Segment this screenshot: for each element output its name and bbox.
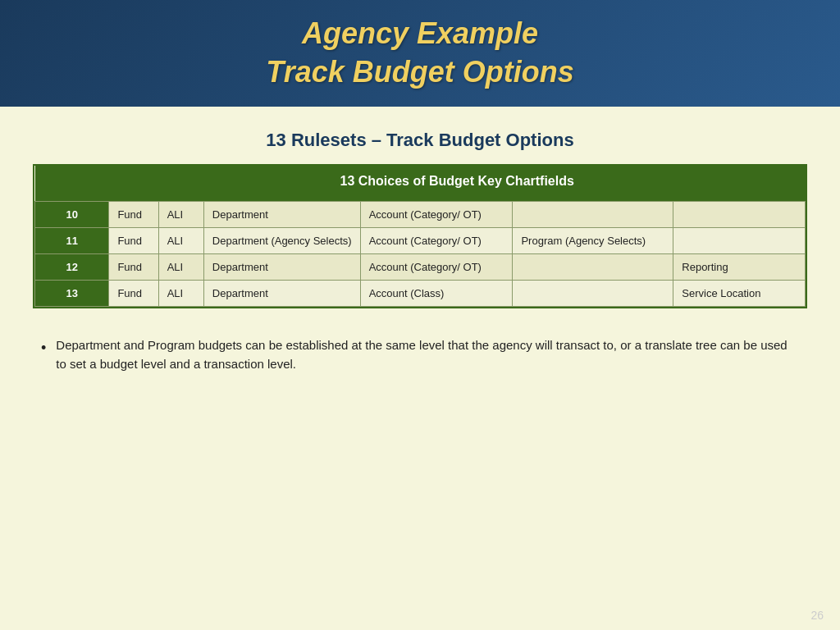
cell-ali: ALI bbox=[158, 254, 203, 281]
cell-department: Department bbox=[203, 254, 360, 281]
cell-last: Service Location bbox=[673, 281, 806, 307]
cell-ali: ALI bbox=[158, 281, 203, 307]
row-number: 13 bbox=[35, 281, 109, 307]
slide-title: Agency Example Track Budget Options bbox=[33, 15, 807, 92]
cell-ali: ALI bbox=[158, 228, 203, 254]
cell-fund: Fund bbox=[109, 202, 158, 228]
row-number: 11 bbox=[35, 228, 109, 254]
slide-header: Agency Example Track Budget Options bbox=[0, 0, 840, 107]
cell-fund: Fund bbox=[109, 228, 158, 254]
budget-table: 13 Choices of Budget Key Chartfields 10 … bbox=[34, 166, 806, 308]
title-line1: Agency Example bbox=[302, 16, 538, 50]
table-header-row: 13 Choices of Budget Key Chartfields bbox=[35, 166, 806, 197]
table-body: 10 Fund ALI Department Account (Category… bbox=[35, 202, 806, 307]
table-row: 11 Fund ALI Department (Agency Selects) … bbox=[35, 228, 806, 254]
table-header-title: 13 Choices of Budget Key Chartfields bbox=[109, 166, 806, 197]
cell-last bbox=[673, 228, 806, 254]
slide-footer: 26 bbox=[810, 609, 824, 622]
row-number: 12 bbox=[35, 254, 109, 281]
slide-content: 13 Rulesets – Track Budget Options 13 Ch… bbox=[0, 107, 840, 630]
cell-ali: ALI bbox=[158, 202, 203, 228]
header-spacer bbox=[35, 166, 109, 197]
cell-program: Program (Agency Selects) bbox=[513, 228, 673, 254]
budget-table-wrapper: 13 Choices of Budget Key Chartfields 10 … bbox=[33, 164, 807, 309]
table-row: 12 Fund ALI Department Account (Category… bbox=[35, 254, 806, 281]
table-row: 10 Fund ALI Department Account (Category… bbox=[35, 202, 806, 228]
cell-department: Department bbox=[203, 202, 360, 228]
cell-fund: Fund bbox=[109, 254, 158, 281]
cell-program bbox=[513, 281, 673, 307]
cell-account: Account (Category/ OT) bbox=[360, 228, 513, 254]
cell-account: Account (Category/ OT) bbox=[360, 202, 513, 228]
cell-program bbox=[513, 254, 673, 281]
cell-account: Account (Category/ OT) bbox=[360, 254, 513, 281]
bullet-text: Department and Program budgets can be es… bbox=[56, 336, 799, 373]
slide-container: Agency Example Track Budget Options 13 R… bbox=[0, 0, 840, 630]
bullet-dot: • bbox=[41, 337, 46, 359]
row-number: 10 bbox=[35, 202, 109, 228]
table-row: 13 Fund ALI Department Account (Class) S… bbox=[35, 281, 806, 307]
cell-last: Reporting bbox=[673, 254, 806, 281]
bullet-section: • Department and Program budgets can be … bbox=[33, 328, 807, 373]
bullet-item: • Department and Program budgets can be … bbox=[41, 336, 799, 373]
cell-fund: Fund bbox=[109, 281, 158, 307]
content-title: 13 Rulesets – Track Budget Options bbox=[33, 130, 807, 151]
cell-program bbox=[513, 202, 673, 228]
cell-department: Department (Agency Selects) bbox=[203, 228, 360, 254]
cell-account: Account (Class) bbox=[360, 281, 513, 307]
cell-department: Department bbox=[203, 281, 360, 307]
cell-last bbox=[673, 202, 806, 228]
page-number: 26 bbox=[810, 609, 824, 622]
title-line2: Track Budget Options bbox=[266, 55, 573, 89]
